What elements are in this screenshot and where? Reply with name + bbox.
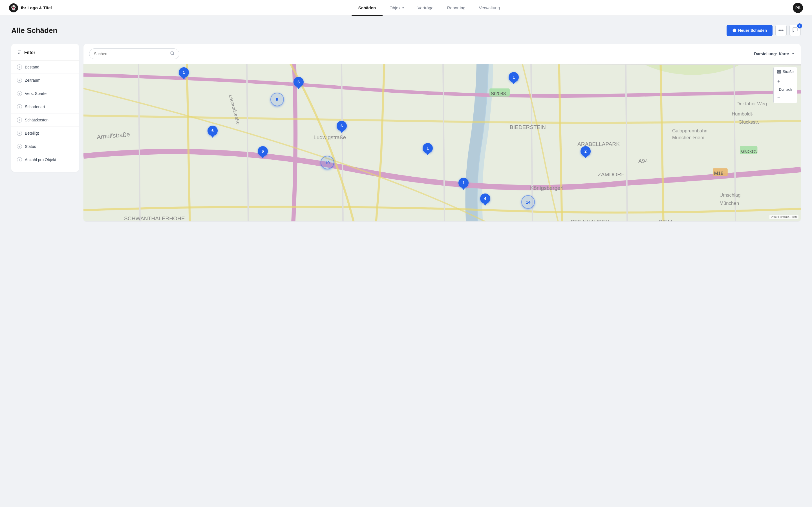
map-pin-p7[interactable]: 6 [258,146,268,158]
filter-item-schadenart[interactable]: + Schadenart [11,100,79,114]
svg-rect-82 [779,72,780,73]
map-pin-p5[interactable]: 6 [207,126,218,138]
nav-link-objekte[interactable]: Objekte [383,0,411,16]
more-options-button[interactable]: ••• [775,25,786,36]
nav-logo[interactable]: 👻 Ihr Logo & Titel [9,3,52,12]
map-pin-p4[interactable]: 1 [509,72,519,84]
filter-plus-icon: + [17,144,22,149]
pin-tail [462,187,465,190]
zoom-out-button[interactable]: − [774,93,784,103]
filter-item-schaetzkosten[interactable]: + Schätzkosten [11,114,79,127]
filter-plus-icon: + [17,91,22,96]
header-actions: ⊕ Neuer Schaden ••• 1 [726,25,801,36]
pin-count: 14 [521,195,535,209]
svg-text:Glückstr.: Glückstr. [741,149,757,154]
filter-item-status[interactable]: + Status [11,140,79,153]
svg-text:Glücksstr.: Glücksstr. [739,119,759,125]
svg-text:M18: M18 [714,171,723,176]
notification-badge: 1 [797,23,802,29]
nav-avatar[interactable]: PB [793,3,803,13]
notification-button[interactable]: 1 [790,25,801,36]
map-type-button[interactable]: Straße [773,67,797,76]
filter-item-label: Bestand [25,65,39,69]
map-type-icon [777,70,781,74]
map-pin-p3[interactable]: 5 [270,93,284,106]
pin-count: 6 [294,77,304,87]
map-pin-p8[interactable]: 10 [320,156,334,169]
filter-item-anzahl-pro-objekt[interactable]: + Anzahl pro Objekt [11,153,79,166]
map-pin-p6[interactable]: 6 [337,121,347,133]
search-icon [170,51,174,57]
nav-link-schaeden[interactable]: Schäden [352,0,383,16]
chat-icon [792,27,798,34]
filter-item-label: Schätzkosten [25,118,49,122]
svg-text:München: München [719,201,739,206]
page-title: Alle Schäden [11,26,57,35]
pin-count: 4 [480,193,490,204]
map-zoom-container: + Dornach − [773,76,797,103]
svg-line-4 [173,54,174,55]
filter-items: + Bestand + Zeitraum + Vers. Sparte + Sc… [11,61,79,166]
filter-item-zeitraum[interactable]: + Zeitraum [11,74,79,87]
svg-text:Galopprennbahn: Galopprennbahn [672,128,707,133]
pin-tail [584,156,587,158]
map-pin-p10[interactable]: 2 [580,146,591,158]
filter-sidebar: Filter + Bestand + Zeitraum + Vers. Spar… [11,44,79,172]
filter-item-label: Anzahl pro Objekt [25,158,56,162]
svg-rect-79 [777,70,779,71]
map-pin-p13[interactable]: 14 [521,195,535,209]
filter-item-label: Zeitraum [25,78,40,82]
pin-tail [211,135,214,138]
main-content: Filter + Bestand + Zeitraum + Vers. Spar… [11,44,801,221]
search-box[interactable] [89,48,179,59]
map-pin-p1[interactable]: 1 [179,67,189,79]
filter-plus-icon: + [17,78,22,83]
svg-text:Humboldt-: Humboldt- [732,111,753,117]
pin-count: 6 [337,121,347,131]
darstellung-selector[interactable]: Darstellung: Karte [754,51,795,57]
pin-tail [426,153,429,155]
map-pin-p2[interactable]: 6 [294,77,304,89]
zoom-in-button[interactable]: + [774,76,784,87]
pin-tail [512,82,515,84]
darstellung-value: Karte [779,52,789,56]
plus-icon: ⊕ [732,27,737,34]
pin-count: 2 [580,146,591,156]
map-pin-p12[interactable]: 4 [480,193,490,206]
svg-text:STEINHAUSEN: STEINHAUSEN [571,219,609,221]
nav-links: SchädenObjekteVerträgeReportingVerwaltun… [65,0,793,16]
filter-plus-icon: + [17,157,22,162]
filter-plus-icon: + [17,64,22,69]
map-pin-p11[interactable]: 1 [458,178,469,190]
map-type-label: Straße [783,69,794,74]
svg-point-3 [170,52,174,55]
svg-text:St2088: St2088 [491,91,506,96]
svg-text:Dor.faher Weg: Dor.faher Weg [737,101,767,107]
svg-text:SCHWANTHALERHÖHE: SCHWANTHALERHÖHE [124,216,185,221]
search-input[interactable] [94,52,168,56]
map-background: Arnulfstraße Ludwigstraße Töginger Straß… [84,64,801,221]
nav-link-reporting[interactable]: Reporting [441,0,472,16]
filter-item-vers-sparte[interactable]: + Vers. Sparte [11,87,79,100]
map-controls: Straße + Dornach − [773,67,797,103]
nav-link-vertraege[interactable]: Verträge [411,0,441,16]
pin-count: 1 [423,143,433,153]
filter-plus-icon: + [17,104,22,109]
svg-text:ZAMDORF: ZAMDORF [598,172,624,177]
map-container[interactable]: Arnulfstraße Ludwigstraße Töginger Straß… [84,64,801,221]
filter-item-bestand[interactable]: + Bestand [11,61,79,74]
pin-count: 10 [320,156,334,169]
logo-text: Ihr Logo & Titel [21,5,52,10]
map-pin-p9[interactable]: 1 [423,143,433,155]
pin-count: 5 [270,93,284,106]
map-toolbar: Darstellung: Karte [84,44,801,64]
filter-item-beteiligt[interactable]: + Beteiligt [11,127,79,140]
filter-plus-icon: + [17,131,22,136]
pin-count: 1 [179,67,189,77]
pin-tail [484,203,487,206]
map-scale: 2500 Fußwald...1km [769,215,799,219]
new-schaden-button[interactable]: ⊕ Neuer Schaden [726,25,772,36]
pin-count: 6 [258,146,268,156]
page-header: Alle Schäden ⊕ Neuer Schaden ••• 1 [11,25,801,36]
nav-link-verwaltung[interactable]: Verwaltung [472,0,507,16]
